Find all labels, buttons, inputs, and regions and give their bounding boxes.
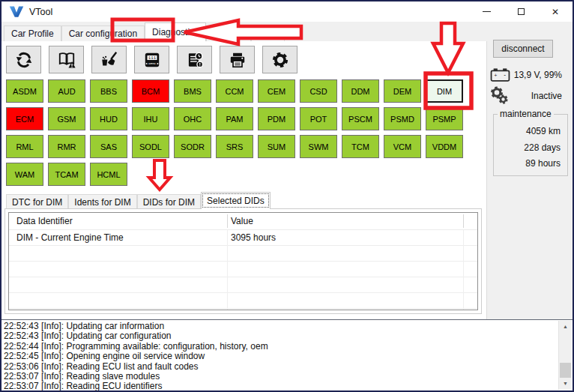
column-header-value[interactable]: Value: [231, 216, 253, 226]
table-header: Data Identifier Value: [9, 213, 477, 230]
ecu-button-wam[interactable]: WAM: [6, 163, 43, 186]
app-title: VTool: [29, 7, 52, 17]
maintenance-value: 4059 km: [494, 124, 561, 140]
gears-icon: [489, 85, 510, 106]
ecu-button-hcml[interactable]: HCML: [90, 163, 127, 186]
ecu-button-pdm[interactable]: PDM: [258, 107, 295, 130]
manual-warning-button[interactable]: [49, 46, 84, 73]
table-body: DIM - Current Engine Time3095 hours: [9, 230, 477, 310]
ecu-button-gsm[interactable]: GSM: [48, 107, 85, 130]
report-status-button[interactable]: [177, 46, 212, 73]
subtab-dtc-for-dim[interactable]: DTC for DIM: [6, 194, 68, 209]
refresh-icon: [14, 50, 34, 70]
ecu-button-ccm[interactable]: CCM: [216, 79, 253, 103]
manual-warning-icon: [57, 50, 76, 70]
subtab-dids-for-dim[interactable]: DIDs for DIM: [137, 194, 201, 209]
ecu-button-pscm[interactable]: PSCM: [342, 107, 379, 130]
ecu-button-rml[interactable]: RML: [6, 135, 43, 158]
activity-status-text: Inactive: [510, 91, 562, 101]
ecu-button-sum[interactable]: SUM: [258, 135, 295, 158]
subtab-selected-dids[interactable]: Selected DIDs: [201, 192, 271, 209]
vtool-window: VTool ✕ Car ProfileCar configurationDiag…: [0, 0, 574, 392]
log-scrollbar[interactable]: ▲ ▼: [558, 321, 571, 390]
settings-gear-icon: [271, 50, 290, 70]
close-icon: ✕: [552, 7, 559, 17]
ecu-button-sas[interactable]: SAS: [90, 135, 127, 158]
print-button[interactable]: [220, 46, 255, 73]
ecu-button-dem[interactable]: DEM: [384, 79, 421, 103]
ecu-button-rmr[interactable]: RMR: [48, 135, 85, 158]
ecu-button-ecm[interactable]: ECM: [6, 107, 43, 130]
selected-dids-page: Data Identifier Value DIM - Current Engi…: [4, 208, 482, 314]
scroll-thumb[interactable]: [560, 363, 571, 378]
table-row[interactable]: DIM - Current Engine Time3095 hours: [9, 230, 477, 246]
dids-table: Data Identifier Value DIM - Current Engi…: [8, 212, 478, 310]
ecu-button-bms[interactable]: BMS: [174, 79, 211, 103]
diagnostics-page: 111DEMO ASDMAUDBBSBCMBMSCCMCEMCSDDDMDEMD…: [1, 41, 487, 319]
maximize-button[interactable]: [504, 1, 538, 22]
refresh-button[interactable]: [6, 46, 41, 73]
sub-tab-strip: DTC for DIMIdents for DIMDIDs for DIMSel…: [6, 192, 271, 209]
tab-service[interactable]: Service: [206, 25, 251, 41]
report-status-icon: [185, 50, 205, 70]
log-line: 22:53:06 [Info]: Reading ECU list and fa…: [4, 362, 573, 372]
log-line: 22:52:45 [Info]: Opening engine oil serv…: [4, 352, 573, 361]
maintenance-values: 4059 km228 days89 hours: [494, 124, 561, 172]
ecu-button-asdm[interactable]: ASDM: [6, 79, 43, 103]
ecu-button-sodl[interactable]: SODL: [132, 135, 169, 158]
log-line: 22:53:07 [Info]: Reading slave modules: [4, 372, 573, 382]
column-header-data-identifier[interactable]: Data Identifier: [16, 216, 73, 226]
ecu-button-vddm[interactable]: VDDM: [426, 135, 463, 158]
ecu-button-tcam[interactable]: TCAM: [48, 163, 85, 186]
ecu-button-pam[interactable]: PAM: [216, 107, 253, 130]
odometer-demo-button[interactable]: 111DEMO: [134, 46, 169, 73]
clean-button[interactable]: [91, 46, 127, 73]
close-button[interactable]: ✕: [538, 1, 573, 22]
ecu-button-cem[interactable]: CEM: [258, 79, 295, 103]
table-row-empty: [9, 277, 477, 293]
tab-car-configuration[interactable]: Car configuration: [61, 25, 145, 41]
ecu-row: WAMTCAMHCML: [6, 163, 463, 186]
subtab-idents-for-dim[interactable]: Idents for DIM: [68, 194, 136, 209]
ecu-row: RMLRMRSASSODLSODRSRSSUMSWMTCMVCMVDDM: [6, 135, 463, 158]
title-bar: VTool ✕: [1, 1, 573, 22]
battery-status-row: + - 13,9 V, 99%: [490, 66, 562, 83]
ecu-button-sodr[interactable]: SODR: [174, 135, 211, 158]
grid-line: [227, 230, 228, 310]
ecu-button-dim[interactable]: DIM: [426, 79, 463, 103]
disconnect-button[interactable]: disconnect: [493, 40, 553, 58]
ecu-button-srs[interactable]: SRS: [216, 135, 253, 158]
ecu-button-ddm[interactable]: DDM: [342, 79, 379, 103]
svg-text:DEMO: DEMO: [148, 62, 156, 65]
tab-strip: Car ProfileCar configurationDiagnosticsS…: [1, 22, 573, 41]
ecu-button-ohc[interactable]: OHC: [174, 107, 211, 130]
ecu-button-pot[interactable]: POT: [300, 107, 337, 130]
minimize-button[interactable]: [469, 1, 504, 22]
log-line: 22:52:43 [Info]: Updating car configurat…: [4, 331, 573, 341]
ecu-button-vcm[interactable]: VCM: [384, 135, 421, 158]
settings-gear-button[interactable]: [262, 46, 297, 73]
tab-car-profile[interactable]: Car Profile: [4, 25, 61, 41]
tab-diagnostics[interactable]: Diagnostics: [145, 22, 206, 41]
header-separator[interactable]: [227, 214, 228, 228]
maximize-icon: [518, 8, 525, 15]
ecu-button-hud[interactable]: HUD: [90, 107, 127, 130]
ecu-button-psmd[interactable]: PSMD: [384, 107, 421, 130]
scroll-up-icon[interactable]: ▲: [559, 321, 572, 333]
scroll-down-icon[interactable]: ▼: [559, 378, 572, 390]
ecu-button-psmp[interactable]: PSMP: [426, 107, 463, 130]
ecu-button-swm[interactable]: SWM: [300, 135, 337, 158]
ecu-button-csd[interactable]: CSD: [300, 79, 337, 103]
table-row-empty: [9, 246, 477, 262]
header-separator[interactable]: [463, 214, 464, 228]
ecu-button-aud[interactable]: AUD: [48, 79, 85, 103]
ecu-button-ihu[interactable]: IHU: [132, 107, 169, 130]
ecu-button-tcm[interactable]: TCM: [342, 135, 379, 158]
ecu-button-bcm[interactable]: BCM: [132, 79, 169, 103]
clean-icon: [100, 50, 119, 70]
ecu-button-bbs[interactable]: BBS: [90, 79, 127, 103]
ecu-row: ASDMAUDBBSBCMBMSCCMCEMCSDDDMDEMDIM: [6, 79, 463, 103]
tab-misc[interactable]: Misc: [251, 25, 285, 41]
svg-text:111: 111: [148, 55, 156, 61]
maintenance-value: 89 hours: [494, 156, 561, 172]
